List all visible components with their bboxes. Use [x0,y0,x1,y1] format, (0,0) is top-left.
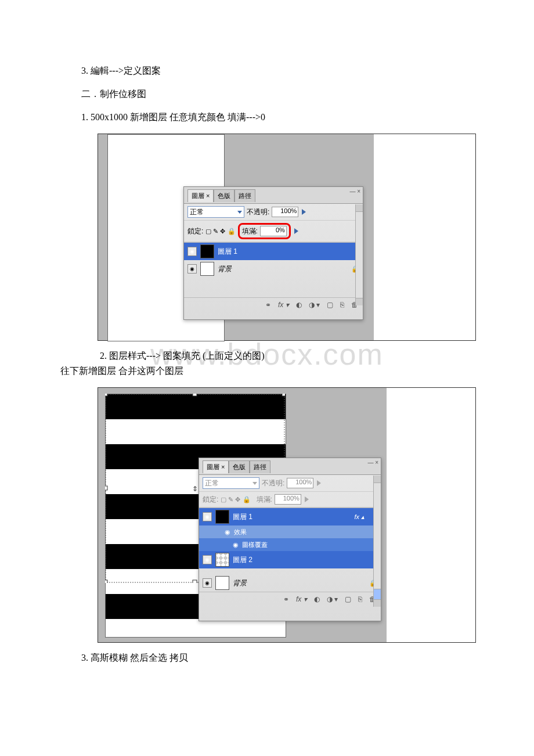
lock-icons[interactable]: ▢ ✎ ✥ 🔒 [221,496,250,503]
link-icon[interactable]: ⚭ [283,595,289,603]
fx-icon[interactable]: fx ▾ [278,301,289,309]
tab-paths[interactable]: 路徑 [250,460,270,473]
opacity-slider-icon[interactable] [302,209,306,215]
opacity-input[interactable]: 100% [272,207,298,217]
mask-icon[interactable]: ◐ [314,595,320,603]
blend-row: 正常 不透明: 100% [199,475,381,492]
fx-badge[interactable]: fx ▴ [354,513,365,521]
layer-row-bg[interactable]: ◉ 背景 🔒 [184,260,363,278]
text-step-2b: 往下新增图层 合并这两个图层 [60,364,476,378]
layers-panel-2: 圖層 × 色版 路徑 — × 正常 不透明: 100% 鎖定: [199,458,381,621]
fill-label: 填滿: [242,226,258,236]
text-step-2: 2. 图层样式---> 图案填充 (上面定义的图) [81,349,476,363]
layer-row-1[interactable]: ◉ 圖層 1 fx ▴ [199,508,381,525]
layers-panel: 圖層 × 色版 路徑 — × 正常 不透明: 100% 鎖定: [183,186,363,320]
layer-name: 圖層 1 [218,247,237,257]
fill-input[interactable]: 0% [260,226,287,236]
tab-paths[interactable]: 路徑 [234,189,255,202]
blend-mode-select[interactable]: 正常 [203,477,259,489]
layer-thumb [215,510,229,524]
text-section-2: 二．制作位移图 [81,87,476,101]
layer-thumb [200,262,214,276]
figure-2: ⇕ 圖層 × 色版 路徑 — × 正常 不透明: [98,387,476,643]
panel-header: 圖層 × 色版 路徑 — × [184,187,363,204]
tab-channels[interactable]: 色版 [229,460,250,473]
opacity-label: 不透明: [262,478,284,488]
lock-label: 鎖定: [203,495,218,505]
figure-1: 圖層 × 色版 路徑 — × 正常 不透明: 100% 鎖定: [98,134,476,341]
close-icon[interactable]: — × [367,459,378,466]
layer-name: 背景 [233,578,247,588]
adjust-icon[interactable]: ◑ ▾ [309,301,320,309]
lock-row: 鎖定: ▢ ✎ ✥ 🔒 填滿: 100% [199,492,381,507]
folder-icon[interactable]: ▢ [345,595,351,603]
text-step-3b: 3. 高斯模糊 然后全选 拷贝 [81,651,476,665]
new-layer-icon[interactable]: ⎘ [340,301,344,309]
visibility-icon[interactable]: ◉ [187,247,197,256]
blend-row: 正常 不透明: 100% [184,204,363,221]
pattern-overlay-row[interactable]: ◉ 圖樣覆蓋 [199,538,381,551]
visibility-icon[interactable]: ◉ [203,578,212,588]
visibility-icon[interactable]: ◉ [203,555,212,564]
fill-highlight: 填滿: 0% [238,223,291,239]
visibility-icon[interactable]: ◉ [233,541,239,549]
effects-label: 效果 [234,528,247,537]
adjust-icon[interactable]: ◑ ▾ [327,595,338,603]
blend-mode-select[interactable]: 正常 [187,206,244,218]
panel-footer: ⚭ fx ▾ ◐ ◑ ▾ ▢ ⎘ 🗑 [184,298,363,312]
text-step-1: 1. 500x1000 新增图层 任意填充颜色 填满--->0 [81,110,476,124]
layer-name: 背景 [218,264,232,274]
link-icon[interactable]: ⚭ [265,301,271,309]
tab-channels[interactable]: 色版 [214,189,234,202]
layer-list: ◉ 圖層 1 fx ▴ ◉ 效果 ◉ 圖樣覆蓋 [199,507,381,592]
layer-row-bg[interactable]: ◉ 背景 🔒 [199,574,381,592]
scrollbar[interactable] [355,204,363,305]
folder-icon[interactable]: ▢ [327,301,333,309]
pattern-overlay-label: 圖樣覆蓋 [242,541,268,549]
new-layer-icon[interactable]: ⎘ [358,595,362,603]
text-step-3: 3. 編輯--->定义图案 [81,64,476,78]
lock-icons[interactable]: ▢ ✎ ✥ 🔒 [205,228,235,235]
fill-label: 填滿: [257,495,272,505]
panel-header: 圖層 × 色版 路徑 — × [199,458,381,475]
opacity-slider-icon[interactable] [317,480,321,486]
panel-footer: ⚭ fx ▾ ◐ ◑ ▾ ▢ ⎘ 🗑 [199,592,381,606]
tab-layers[interactable]: 圖層 × [187,189,214,202]
layer-list: ◉ 圖層 1 ◉ 背景 🔒 [184,242,363,298]
lock-row: 鎖定: ▢ ✎ ✥ 🔒 填滿: 0% [184,221,363,242]
visibility-icon[interactable]: ◉ [187,264,197,273]
layer-row-2[interactable]: ◉ 圖層 2 [199,551,381,568]
layer-row-1[interactable]: ◉ 圖層 1 [184,243,363,260]
fill-input[interactable]: 100% [275,494,301,505]
effects-row[interactable]: ◉ 效果 [199,525,381,538]
visibility-icon[interactable]: ◉ [225,528,230,536]
fill-slider-icon[interactable] [294,228,298,234]
scrollbar[interactable] [373,476,381,607]
opacity-input[interactable]: 100% [287,478,313,488]
fx-icon[interactable]: fx ▾ [296,595,307,603]
layer-thumb [215,553,229,567]
layer-thumb [215,576,229,590]
fill-slider-icon[interactable] [305,496,309,502]
layer-name: 圖層 1 [233,512,252,522]
layer-thumb [200,244,214,258]
tab-layers[interactable]: 圖層 × [203,460,229,473]
lock-label: 鎖定: [187,226,203,236]
mask-icon[interactable]: ◐ [296,301,302,309]
layer-name: 圖層 2 [233,555,252,565]
opacity-label: 不透明: [247,207,269,217]
close-icon[interactable]: — × [349,188,360,195]
visibility-icon[interactable]: ◉ [203,512,212,521]
